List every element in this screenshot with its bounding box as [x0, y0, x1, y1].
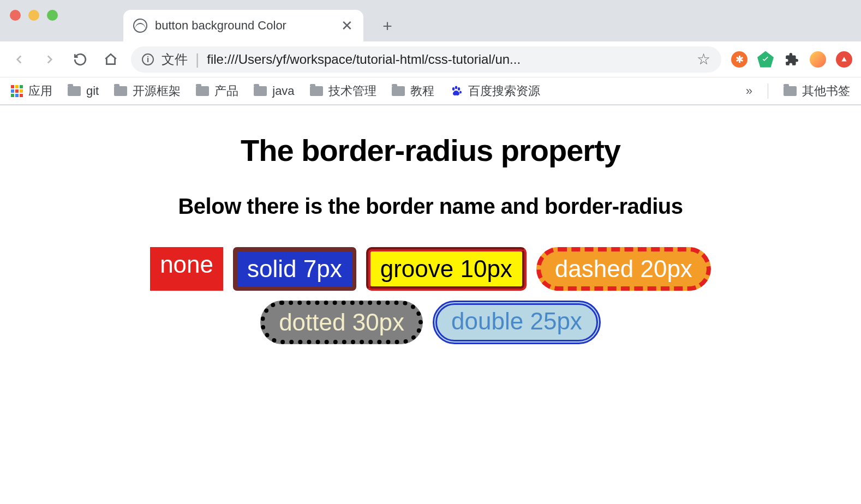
- page-heading: The border-radius property: [11, 133, 850, 168]
- browser-tab[interactable]: button background Color ✕: [123, 10, 363, 41]
- url-scheme-label: 文件: [162, 51, 188, 68]
- bookmark-folder-product[interactable]: 产品: [196, 83, 238, 99]
- window-controls: [10, 0, 123, 41]
- border-examples: none solid 7px groove 10px dashed 20px d…: [103, 247, 758, 344]
- folder-icon: [310, 86, 323, 96]
- bookmark-label: 产品: [214, 83, 238, 99]
- folder-icon: [68, 86, 81, 96]
- chip-groove: groove 10px: [366, 247, 527, 291]
- bookmark-label: 百度搜索资源: [468, 83, 540, 99]
- apps-grid-icon: [11, 85, 23, 97]
- bookmarks-bar: 应用 git 开源框架 产品 java 技术管理 教程 百度搜索资源: [0, 77, 861, 105]
- maximize-window-button[interactable]: [47, 10, 58, 21]
- browser-toolbar: i 文件 | file:///Users/yf/workspace/tutori…: [0, 41, 861, 77]
- folder-icon: [254, 86, 267, 96]
- extension-icon-1[interactable]: ✱: [731, 51, 748, 68]
- chip-solid: solid 7px: [233, 247, 356, 291]
- extensions-menu-icon[interactable]: [784, 51, 800, 68]
- tab-title: button background Color: [155, 19, 333, 33]
- svg-point-1: [455, 86, 457, 89]
- bookmark-label: 其他书签: [802, 83, 850, 99]
- bookmark-folder-java[interactable]: java: [254, 84, 294, 98]
- folder-icon: [784, 86, 797, 96]
- minimize-window-button[interactable]: [28, 10, 39, 21]
- extension-icons: ✱: [731, 51, 852, 68]
- chip-none: none: [150, 247, 223, 291]
- folder-icon: [392, 86, 405, 96]
- bookmark-label: git: [86, 84, 99, 98]
- bookmarks-overflow-button[interactable]: »: [746, 84, 752, 98]
- chip-double: double 25px: [433, 301, 601, 344]
- chip-dotted: dotted 30px: [260, 301, 423, 344]
- home-button[interactable]: [100, 49, 121, 70]
- bookmark-apps[interactable]: 应用: [11, 83, 52, 99]
- globe-icon: [133, 19, 147, 33]
- chip-dashed: dashed 20px: [536, 247, 711, 291]
- reload-button[interactable]: [70, 49, 91, 70]
- url-separator: |: [195, 51, 199, 68]
- bookmark-folder-git[interactable]: git: [68, 84, 99, 98]
- bookmark-label: 技术管理: [328, 83, 376, 99]
- bookmark-baidu[interactable]: 百度搜索资源: [450, 83, 540, 99]
- profile-avatar-icon[interactable]: [810, 51, 826, 68]
- bookmark-star-icon[interactable]: ☆: [697, 50, 710, 68]
- close-window-button[interactable]: [10, 10, 21, 21]
- site-info-icon[interactable]: i: [142, 53, 154, 65]
- url-text: file:///Users/yf/workspace/tutorial-html…: [207, 52, 689, 67]
- folder-icon: [114, 86, 127, 96]
- page-content: The border-radius property Below there i…: [0, 105, 861, 371]
- svg-point-2: [457, 87, 459, 91]
- forward-button[interactable]: [39, 49, 60, 70]
- browser-chrome: button background Color ✕ + i 文件 | file:…: [0, 0, 861, 105]
- bookmark-label: java: [272, 84, 294, 98]
- bookmark-folder-opensource[interactable]: 开源框架: [114, 83, 181, 99]
- back-button[interactable]: [9, 49, 29, 70]
- bookmark-folder-other[interactable]: 其他书签: [784, 83, 850, 99]
- divider: [768, 83, 768, 99]
- folder-icon: [196, 86, 209, 96]
- address-bar[interactable]: i 文件 | file:///Users/yf/workspace/tutori…: [131, 46, 721, 73]
- svg-point-0: [452, 87, 454, 91]
- bookmark-folder-techmgmt[interactable]: 技术管理: [310, 83, 376, 99]
- extension-icon-3[interactable]: [836, 51, 852, 68]
- svg-point-3: [459, 91, 462, 93]
- baidu-paw-icon: [450, 85, 463, 98]
- new-tab-button[interactable]: +: [376, 15, 398, 37]
- page-subheading: Below there is the border name and borde…: [11, 194, 850, 219]
- bookmark-label: 应用: [28, 83, 52, 99]
- tab-strip: button background Color ✕ +: [0, 0, 861, 41]
- bookmark-label: 开源框架: [133, 83, 181, 99]
- bookmark-folder-tutorial[interactable]: 教程: [392, 83, 434, 99]
- extension-icon-2[interactable]: [757, 51, 774, 68]
- tab-close-button[interactable]: ✕: [340, 17, 354, 34]
- bookmark-label: 教程: [410, 83, 434, 99]
